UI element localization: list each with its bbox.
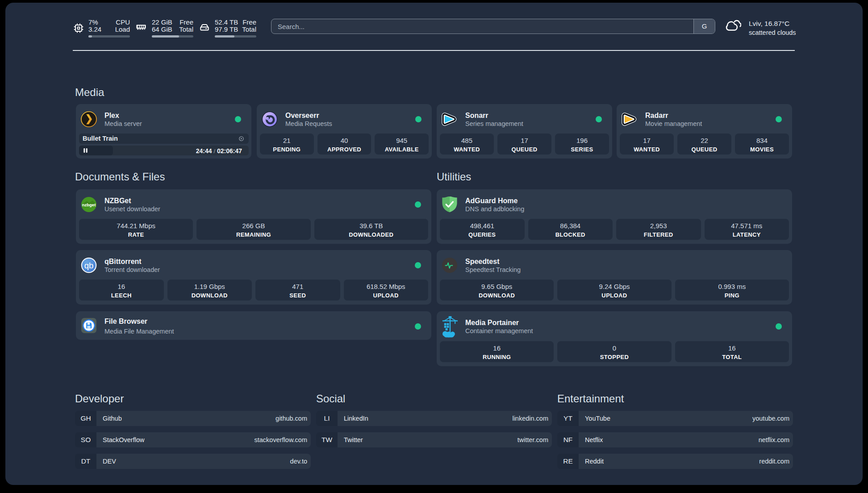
svg-text:qb: qb: [84, 261, 94, 270]
svg-text:nzbget: nzbget: [82, 202, 96, 207]
